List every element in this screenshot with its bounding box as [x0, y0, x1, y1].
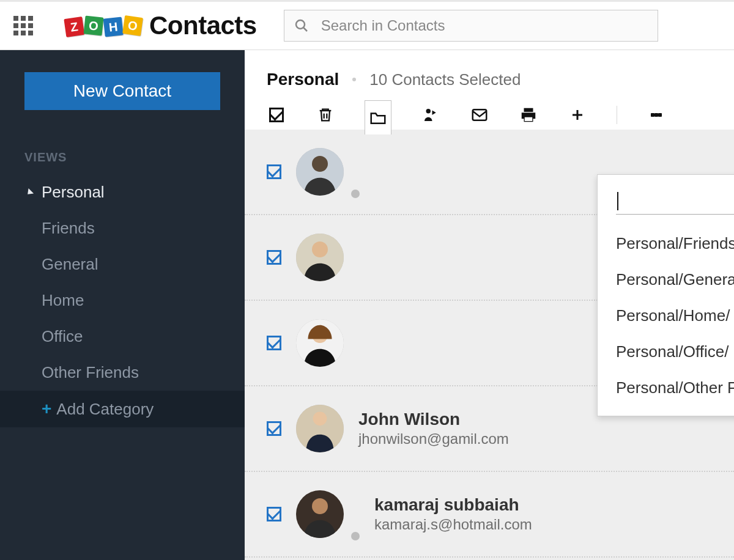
- dropdown-search[interactable]: [616, 188, 734, 215]
- separator-dot: [352, 78, 356, 81]
- svg-rect-5: [473, 109, 487, 120]
- toolbar-separator: [617, 106, 617, 124]
- plus-icon: +: [42, 399, 51, 419]
- row-checkbox[interactable]: [267, 336, 281, 350]
- folder-option[interactable]: Personal/General/: [598, 262, 734, 298]
- search-icon: [294, 18, 309, 34]
- folder-icon: [369, 109, 387, 127]
- more-menu-button[interactable]: [647, 105, 666, 125]
- search-box[interactable]: [284, 10, 658, 42]
- toolbar: [267, 100, 734, 130]
- svg-point-0: [296, 20, 305, 29]
- contact-email: jhonwilson@gamil.com: [358, 430, 509, 448]
- list-header: Personal 10 Contacts Selected: [245, 50, 734, 130]
- sidebar-item-home[interactable]: Home: [0, 282, 245, 319]
- search-input[interactable]: [321, 17, 648, 34]
- sidebar-item-office[interactable]: Office: [0, 319, 245, 355]
- checkbox-icon: [269, 108, 284, 122]
- status-dot: [351, 190, 360, 198]
- selected-count: 10 Contacts Selected: [369, 70, 521, 89]
- sidebar-item-personal[interactable]: Personal: [0, 174, 245, 210]
- contact-row[interactable]: kamaraj subbaiah kamaraj.s@hotmail.com: [245, 472, 734, 558]
- avatar: [296, 234, 344, 281]
- svg-rect-6: [525, 117, 533, 121]
- zoho-logo: Z O H O: [65, 17, 142, 35]
- avatar: [296, 490, 344, 538]
- avatar: [296, 319, 344, 367]
- svg-point-4: [426, 109, 431, 114]
- sidebar-tree: Personal Friends General Home Office Oth…: [0, 174, 245, 427]
- sidebar-item-other-friends[interactable]: Other Friends: [0, 355, 245, 391]
- plus-icon: [570, 108, 585, 122]
- contact-email: kamaraj.s@hotmail.com: [374, 516, 532, 533]
- sidebar: New Contact VIEWS Personal Friends Gener…: [0, 50, 245, 560]
- row-checkbox[interactable]: [267, 421, 281, 436]
- folder-option[interactable]: Personal/Friends/: [598, 226, 734, 262]
- trash-icon: [317, 106, 334, 123]
- sidebar-add-category[interactable]: + Add Category: [0, 391, 245, 427]
- app-name: Contacts: [149, 11, 257, 40]
- text-cursor: [617, 192, 618, 210]
- row-checkbox[interactable]: [267, 250, 281, 265]
- mail-button[interactable]: [470, 105, 489, 125]
- svg-line-1: [303, 28, 307, 32]
- avatar: [296, 148, 344, 196]
- svg-point-18: [312, 498, 328, 514]
- assign-button[interactable]: [421, 105, 440, 125]
- folder-option[interactable]: Personal/Office/: [598, 334, 734, 370]
- brand: Z O H O Contacts: [65, 11, 257, 40]
- views-heading: VIEWS: [24, 150, 245, 164]
- add-category-label: Add Category: [56, 400, 154, 419]
- contact-name: John Wilson: [358, 410, 509, 429]
- main-panel: Personal 10 Contacts Selected: [245, 50, 734, 560]
- topbar: Z O H O Contacts: [0, 0, 734, 50]
- titlebar: Personal 10 Contacts Selected: [267, 70, 734, 89]
- folder-option[interactable]: Personal/Other Friends/: [598, 370, 734, 406]
- svg-point-10: [312, 156, 328, 172]
- folder-option[interactable]: Personal/Home/: [598, 298, 734, 334]
- envelope-icon: [470, 106, 489, 124]
- person-move-icon: [421, 106, 440, 124]
- sidebar-item-general[interactable]: General: [0, 246, 245, 282]
- delete-button[interactable]: [316, 105, 335, 125]
- move-to-folder-button[interactable]: [365, 100, 391, 134]
- svg-point-12: [312, 241, 328, 257]
- avatar: [296, 405, 344, 452]
- select-all-checkbox[interactable]: [267, 105, 286, 125]
- contact-name: kamaraj subbaiah: [374, 495, 532, 515]
- svg-point-16: [313, 411, 327, 426]
- row-checkbox[interactable]: [267, 507, 281, 521]
- print-button[interactable]: [519, 105, 538, 125]
- page-title: Personal: [267, 70, 339, 89]
- add-button[interactable]: [568, 105, 587, 125]
- new-contact-button[interactable]: New Contact: [24, 72, 220, 110]
- sidebar-item-friends[interactable]: Friends: [0, 210, 245, 246]
- apps-menu-icon[interactable]: [13, 16, 33, 35]
- status-dot: [351, 532, 360, 540]
- row-checkbox[interactable]: [267, 164, 281, 179]
- folder-dropdown: Personal/Friends/ Personal/General/ Pers…: [597, 174, 734, 416]
- print-icon: [519, 106, 538, 124]
